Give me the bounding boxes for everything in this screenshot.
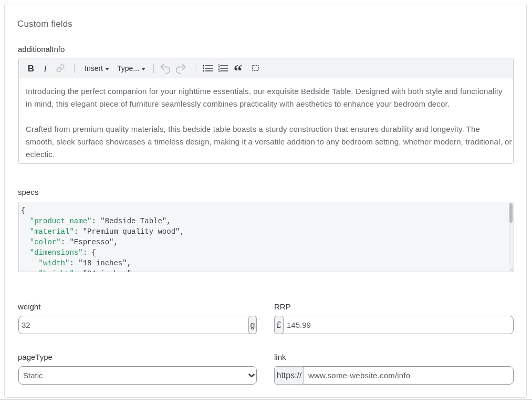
svg-text:3: 3 — [218, 69, 220, 72]
